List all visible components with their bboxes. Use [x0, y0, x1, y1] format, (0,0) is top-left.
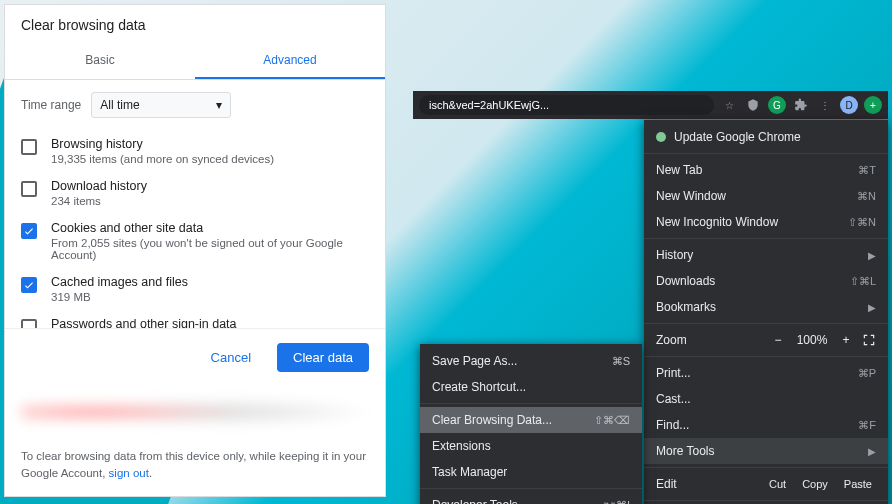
option-sub: 19,335 items (and more on synced devices…: [51, 153, 274, 165]
menu-update-chrome[interactable]: Update Google Chrome: [644, 124, 888, 150]
blurred-account-area: [21, 392, 369, 432]
shield-icon[interactable]: [744, 96, 762, 114]
zoom-out-button[interactable]: −: [770, 333, 786, 347]
edit-paste-button[interactable]: Paste: [840, 478, 876, 490]
menu-history[interactable]: History ▶: [644, 242, 888, 268]
option-label: Cookies and other site data: [51, 221, 369, 235]
menu-print[interactable]: Print... ⌘P: [644, 360, 888, 386]
submenu-developer-tools[interactable]: Developer Tools ⌥⌘I: [420, 492, 642, 504]
option-sub: From 2,055 sites (you won't be signed ou…: [51, 237, 369, 261]
cancel-button[interactable]: Cancel: [195, 343, 267, 372]
check-icon: [23, 279, 35, 291]
clear-data-button[interactable]: Clear data: [277, 343, 369, 372]
checkbox[interactable]: [21, 223, 37, 239]
menu-find[interactable]: Find... ⌘F: [644, 412, 888, 438]
option-label: Passwords and other sign-in data: [51, 317, 237, 328]
browser-toolbar: isch&ved=2ahUKEwjG... ☆ G ⋮ D +: [413, 91, 888, 119]
checkbox[interactable]: [21, 319, 37, 328]
zoom-in-button[interactable]: +: [838, 333, 854, 347]
more-tools-submenu: Save Page As... ⌘S Create Shortcut... Cl…: [420, 344, 642, 504]
tab-advanced[interactable]: Advanced: [195, 43, 385, 79]
menu-bookmarks[interactable]: Bookmarks ▶: [644, 294, 888, 320]
time-range-value: All time: [100, 98, 139, 112]
menu-edit: Edit Cut Copy Paste: [644, 471, 888, 497]
option-label: Cached images and files: [51, 275, 188, 289]
submenu-save-page[interactable]: Save Page As... ⌘S: [420, 348, 642, 374]
star-icon[interactable]: ☆: [720, 96, 738, 114]
option-download-history: Download history 234 items: [21, 172, 369, 214]
menu-new-tab[interactable]: New Tab ⌘T: [644, 157, 888, 183]
submenu-extensions[interactable]: Extensions: [420, 433, 642, 459]
menu-dots-icon[interactable]: ⋮: [816, 96, 834, 114]
clear-browsing-data-dialog: Clear browsing data Basic Advanced Time …: [4, 4, 386, 497]
option-sub: 234 items: [51, 195, 147, 207]
address-bar[interactable]: isch&ved=2ahUKEwjG...: [419, 95, 714, 115]
extension-g-icon[interactable]: G: [768, 96, 786, 114]
menu-cast[interactable]: Cast...: [644, 386, 888, 412]
time-range-select[interactable]: All time ▾: [91, 92, 231, 118]
menu-downloads[interactable]: Downloads ⇧⌘L: [644, 268, 888, 294]
extensions-icon[interactable]: [792, 96, 810, 114]
dialog-tabs: Basic Advanced: [5, 43, 385, 80]
time-range-label: Time range: [21, 98, 81, 112]
chevron-right-icon: ▶: [868, 250, 876, 261]
checkbox[interactable]: [21, 277, 37, 293]
dialog-footer: To clear browsing data from this device …: [5, 438, 385, 497]
option-cookies: Cookies and other site data From 2,055 s…: [21, 214, 369, 268]
edit-cut-button[interactable]: Cut: [765, 478, 790, 490]
option-sub: 319 MB: [51, 291, 188, 303]
option-browsing-history: Browsing history 19,335 items (and more …: [21, 130, 369, 172]
option-passwords: Passwords and other sign-in data 452 pas…: [21, 310, 369, 328]
menu-new-incognito[interactable]: New Incognito Window ⇧⌘N: [644, 209, 888, 235]
submenu-create-shortcut[interactable]: Create Shortcut...: [420, 374, 642, 400]
option-label: Browsing history: [51, 137, 274, 151]
fullscreen-icon[interactable]: [862, 333, 876, 347]
zoom-value: 100%: [794, 333, 830, 347]
update-dot-icon: [656, 132, 666, 142]
menu-more-tools[interactable]: More Tools ▶: [644, 438, 888, 464]
sign-out-link[interactable]: sign out: [109, 467, 149, 479]
chevron-right-icon: ▶: [868, 446, 876, 457]
option-label: Download history: [51, 179, 147, 193]
menu-zoom: Zoom − 100% +: [644, 327, 888, 353]
checkbox[interactable]: [21, 139, 37, 155]
dialog-title: Clear browsing data: [5, 5, 385, 43]
option-cached: Cached images and files 319 MB: [21, 268, 369, 310]
chevron-right-icon: ▶: [868, 302, 876, 313]
menu-new-window[interactable]: New Window ⌘N: [644, 183, 888, 209]
chevron-down-icon: ▾: [216, 98, 222, 112]
submenu-task-manager[interactable]: Task Manager: [420, 459, 642, 485]
options-list: Browsing history 19,335 items (and more …: [5, 130, 385, 328]
plus-icon[interactable]: +: [864, 96, 882, 114]
edit-copy-button[interactable]: Copy: [798, 478, 832, 490]
checkbox[interactable]: [21, 181, 37, 197]
profile-avatar[interactable]: D: [840, 96, 858, 114]
tab-basic[interactable]: Basic: [5, 43, 195, 79]
chrome-main-menu: Update Google Chrome New Tab ⌘T New Wind…: [644, 120, 888, 504]
check-icon: [23, 225, 35, 237]
submenu-clear-browsing-data[interactable]: Clear Browsing Data... ⇧⌘⌫: [420, 407, 642, 433]
